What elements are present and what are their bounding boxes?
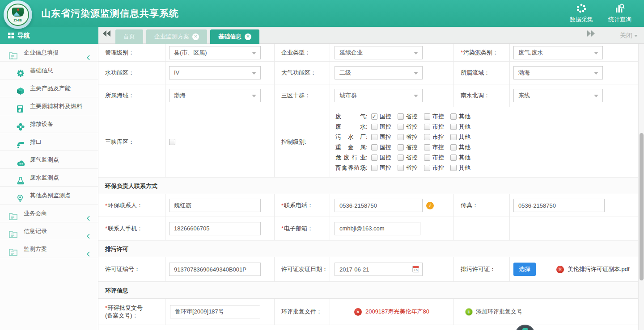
three-gorges-checkbox[interactable] [169,139,175,145]
sidebar-item-waste-water-points[interactable]: 废水监测点 [0,169,98,187]
control-level-option: 其他 [450,123,470,131]
control-level-checkbox[interactable] [371,144,377,150]
chevron-left-icon [86,246,90,264]
tabs-scroll-left-icon[interactable] [103,30,111,38]
checkbox-label: 国控 [380,133,391,141]
stats-search-icon [614,3,625,14]
issue-date-input[interactable] [335,263,423,276]
control-level-category-label: 危废行业 [335,154,366,162]
sidebar-item-raw-materials-fuel[interactable]: 主要原辅材料及燃料 [0,97,98,115]
license-number-input[interactable] [169,263,261,276]
control-level-checkbox[interactable] [371,124,377,130]
close-tabs-label: 关闭 [620,32,632,39]
checkbox-label: 其他 [459,143,470,151]
control-level-checkbox[interactable] [424,134,430,140]
air-function-select[interactable]: 二级 [335,66,423,79]
chevron-down-icon [414,52,418,54]
close-icon[interactable]: ✕ [192,33,199,40]
sidebar-group-info-records[interactable]: 信息记录 [0,222,98,240]
email-input[interactable] [335,222,420,235]
sidebar-item-basic-info[interactable]: 基础信息 [0,62,98,79]
control-level-checkbox[interactable] [450,124,457,130]
scrollbar-thumb[interactable] [640,133,644,280]
header-nav-stats-query[interactable]: 统计查询 [608,3,631,24]
control-level-checkbox[interactable] [424,144,430,150]
eia-file-link[interactable]: 2009187寿光美伦年产80 [365,308,429,316]
control-level-checkbox[interactable] [398,134,404,140]
contact-phone-input[interactable] [335,199,423,212]
select-value: IV [174,69,179,76]
pollution-source-select[interactable]: 废气,废水 [513,46,603,59]
control-level-checkbox[interactable] [424,155,430,161]
sidebar-group-enterprise-info[interactable]: 企业信息填报 [0,44,98,62]
control-level-checkbox[interactable] [424,124,430,130]
info-icon[interactable]: i [426,202,434,209]
chevron-down-icon [252,95,256,97]
control-level-checkbox[interactable] [398,124,404,130]
control-level-checkbox[interactable] [371,165,377,171]
contact-mobile-input[interactable] [169,222,261,235]
sidebar-item-waste-gas-points[interactable]: 废气监测点 [0,151,98,169]
sidebar-item-products-capacity[interactable]: 主要产品及产能 [0,79,98,97]
tabs-scroll-right-icon[interactable] [587,30,595,38]
checkbox-label: 其他 [459,113,470,121]
delete-file-icon[interactable]: ✕ [354,308,362,316]
control-level-checkbox[interactable] [371,155,377,161]
control-level-checkbox[interactable] [450,144,457,150]
field-label: 控制级别: [275,107,330,177]
control-level-option: 省控 [398,123,418,131]
eia-approval-number-input[interactable] [170,305,260,318]
control-level-option: 其他 [450,113,470,121]
basin-select[interactable]: 渤海 [513,66,603,79]
control-level-checkbox[interactable] [398,113,404,120]
sidebar-group-business-consult[interactable]: 业务会商 [0,205,98,222]
choose-file-button[interactable]: 选择 [513,263,536,276]
permit-file-name[interactable]: 美伦排污许可证副本.pdf [568,265,630,273]
south-north-select[interactable]: 东线 [513,89,603,102]
close-tabs-dropdown[interactable]: 关闭 [620,27,638,44]
contact-person-input[interactable] [169,199,261,212]
tab-basic-info[interactable]: 基础信息 ✕ [210,29,259,44]
close-icon[interactable]: ✕ [245,33,251,40]
field-label: 三峡库区： [98,107,165,177]
tab-label: 企业监测方案 [154,29,189,44]
add-eia-approval-link[interactable]: 添加环评批复文号 [476,308,522,316]
sea-area-select[interactable]: 渤海 [169,89,261,102]
control-level-checkbox[interactable] [450,155,457,161]
checkbox-label: 市控 [432,123,444,131]
field-label: 排污许可证： [454,257,510,282]
calendar-icon[interactable]: 15 [412,266,419,272]
tab-enterprise-monitor-plan[interactable]: 企业监测方案 ✕ [146,29,207,44]
sidebar-item-outlets[interactable]: 排口 [0,133,98,151]
header-nav-data-collect[interactable]: 数据采集 [570,3,593,24]
mgmt-level-select[interactable]: 县(市、区属) [169,46,261,59]
control-level-checkbox[interactable] [371,134,377,140]
control-level-checkbox[interactable] [450,165,457,171]
checkbox-label: 其他 [459,123,470,131]
tab-home[interactable]: 首页 [115,29,143,44]
checkbox-label: 市控 [432,143,444,151]
sidebar-group-monitor-plan[interactable]: 监测方案 [0,240,98,258]
sub-bar: 导航 首页 企业监测方案 ✕ 基础信息 ✕ 关闭 [0,27,644,44]
sidebar: 企业信息填报 基础信息 主要产品及产能 [0,44,98,330]
three-zones-select[interactable]: 城市群 [335,89,423,102]
fax-input[interactable] [513,199,605,212]
select-value: 渤海 [518,69,530,76]
add-icon[interactable]: + [465,308,473,316]
control-level-checkbox[interactable] [398,144,404,150]
sidebar-item-emission-equipment[interactable]: 排放设备 [0,115,98,133]
delete-file-icon[interactable]: ✕ [556,266,564,273]
control-level-option: 省控 [398,113,418,121]
enterprise-type-select[interactable]: 延续企业 [335,46,423,59]
water-function-select[interactable]: IV [169,66,261,79]
checkbox-label: 省控 [406,123,418,131]
checkbox-label: 国控 [380,123,391,131]
control-level-checkbox[interactable] [398,155,404,161]
sidebar-item-other-monitor-points[interactable]: 其他类别监测点 [0,187,98,205]
control-level-checkbox[interactable] [398,165,404,171]
control-level-checkbox[interactable] [450,113,457,120]
control-level-checkbox[interactable] [424,113,430,120]
control-level-checkbox[interactable]: ✓ [371,113,377,120]
control-level-checkbox[interactable] [450,134,457,140]
control-level-checkbox[interactable] [424,165,430,171]
